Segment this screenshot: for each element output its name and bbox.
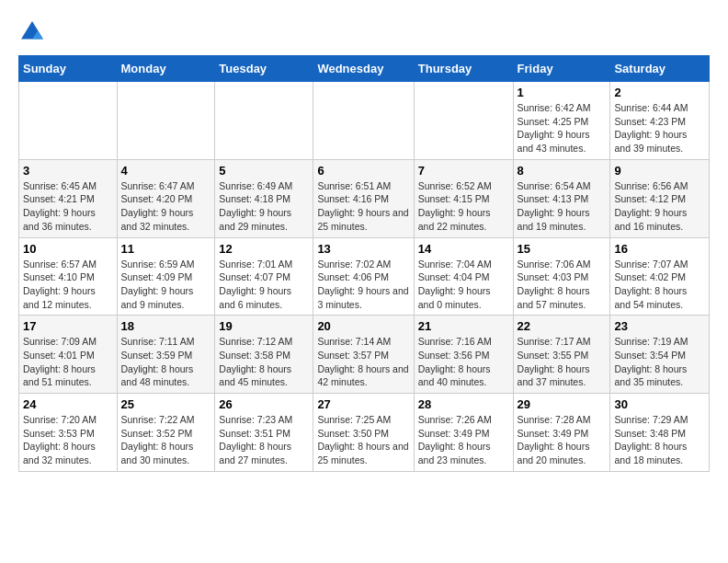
calendar-cell: 26Sunrise: 7:23 AM Sunset: 3:51 PM Dayli… [215, 394, 313, 472]
day-number: 20 [317, 319, 409, 333]
day-number: 25 [121, 397, 211, 411]
day-number: 29 [518, 397, 607, 411]
calendar-cell: 11Sunrise: 6:59 AM Sunset: 4:09 PM Dayli… [117, 237, 215, 316]
day-info: Sunrise: 7:26 AM Sunset: 3:49 PM Dayligh… [418, 413, 509, 467]
day-number: 18 [121, 319, 211, 333]
calendar-cell: 10Sunrise: 6:57 AM Sunset: 4:10 PM Dayli… [19, 237, 118, 316]
day-info: Sunrise: 7:06 AM Sunset: 4:03 PM Dayligh… [518, 258, 607, 312]
day-info: Sunrise: 6:51 AM Sunset: 4:16 PM Dayligh… [317, 179, 409, 234]
day-number: 12 [219, 242, 309, 256]
calendar-cell: 2Sunrise: 6:44 AM Sunset: 4:23 PM Daylig… [610, 82, 710, 160]
calendar-cell: 6Sunrise: 6:51 AM Sunset: 4:16 PM Daylig… [313, 159, 414, 237]
calendar-cell [117, 82, 215, 160]
day-info: Sunrise: 7:29 AM Sunset: 3:48 PM Dayligh… [614, 413, 705, 467]
day-number: 14 [418, 242, 509, 256]
calendar-cell: 30Sunrise: 7:29 AM Sunset: 3:48 PM Dayli… [610, 394, 710, 472]
day-info: Sunrise: 7:12 AM Sunset: 3:58 PM Dayligh… [219, 335, 309, 389]
day-number: 26 [219, 397, 309, 411]
calendar-cell: 1Sunrise: 6:42 AM Sunset: 4:25 PM Daylig… [513, 82, 610, 160]
day-number: 15 [518, 242, 607, 256]
calendar-cell [414, 82, 513, 160]
day-info: Sunrise: 6:56 AM Sunset: 4:12 PM Dayligh… [614, 179, 705, 234]
calendar-cell: 27Sunrise: 7:25 AM Sunset: 3:50 PM Dayli… [313, 394, 414, 472]
day-info: Sunrise: 6:47 AM Sunset: 4:20 PM Dayligh… [121, 179, 211, 234]
day-number: 17 [23, 319, 113, 333]
calendar-cell: 14Sunrise: 7:04 AM Sunset: 4:04 PM Dayli… [414, 237, 513, 316]
day-number: 11 [121, 242, 211, 256]
calendar-header-thursday: Thursday [414, 56, 513, 82]
calendar-header-wednesday: Wednesday [313, 56, 414, 82]
calendar-cell: 3Sunrise: 6:45 AM Sunset: 4:21 PM Daylig… [19, 159, 118, 237]
calendar-cell: 18Sunrise: 7:11 AM Sunset: 3:59 PM Dayli… [117, 316, 215, 394]
day-number: 28 [418, 397, 509, 411]
calendar-week-row: 1Sunrise: 6:42 AM Sunset: 4:25 PM Daylig… [19, 82, 710, 160]
day-number: 4 [121, 164, 211, 178]
day-info: Sunrise: 7:07 AM Sunset: 4:02 PM Dayligh… [614, 258, 705, 312]
calendar-cell: 17Sunrise: 7:09 AM Sunset: 4:01 PM Dayli… [19, 316, 118, 394]
calendar-header-monday: Monday [117, 56, 215, 82]
calendar-cell: 24Sunrise: 7:20 AM Sunset: 3:53 PM Dayli… [19, 394, 118, 472]
calendar-header-sunday: Sunday [19, 56, 118, 82]
day-number: 27 [317, 397, 409, 411]
day-info: Sunrise: 7:17 AM Sunset: 3:55 PM Dayligh… [518, 335, 607, 389]
day-info: Sunrise: 6:49 AM Sunset: 4:18 PM Dayligh… [219, 179, 309, 234]
day-number: 10 [23, 242, 113, 256]
calendar-cell: 4Sunrise: 6:47 AM Sunset: 4:20 PM Daylig… [117, 159, 215, 237]
calendar-cell: 5Sunrise: 6:49 AM Sunset: 4:18 PM Daylig… [215, 159, 313, 237]
day-info: Sunrise: 7:01 AM Sunset: 4:07 PM Dayligh… [219, 258, 309, 312]
day-number: 22 [518, 319, 607, 333]
day-number: 3 [23, 164, 113, 178]
calendar-cell [19, 82, 118, 160]
day-info: Sunrise: 7:28 AM Sunset: 3:49 PM Dayligh… [518, 413, 607, 467]
day-number: 13 [317, 242, 409, 256]
calendar-week-row: 17Sunrise: 7:09 AM Sunset: 4:01 PM Dayli… [19, 316, 710, 394]
calendar-cell: 21Sunrise: 7:16 AM Sunset: 3:56 PM Dayli… [414, 316, 513, 394]
day-info: Sunrise: 6:57 AM Sunset: 4:10 PM Dayligh… [23, 258, 113, 312]
day-number: 2 [614, 86, 705, 99]
logo-icon [18, 18, 46, 46]
day-info: Sunrise: 6:52 AM Sunset: 4:15 PM Dayligh… [418, 179, 509, 234]
calendar-cell: 25Sunrise: 7:22 AM Sunset: 3:52 PM Dayli… [117, 394, 215, 472]
day-info: Sunrise: 6:42 AM Sunset: 4:25 PM Dayligh… [518, 101, 607, 155]
day-info: Sunrise: 7:22 AM Sunset: 3:52 PM Dayligh… [121, 413, 211, 467]
day-info: Sunrise: 6:45 AM Sunset: 4:21 PM Dayligh… [23, 179, 113, 234]
day-info: Sunrise: 7:16 AM Sunset: 3:56 PM Dayligh… [418, 335, 509, 389]
day-number: 5 [219, 164, 309, 178]
day-info: Sunrise: 7:19 AM Sunset: 3:54 PM Dayligh… [614, 335, 705, 389]
day-number: 19 [219, 319, 309, 333]
calendar-week-row: 24Sunrise: 7:20 AM Sunset: 3:53 PM Dayli… [19, 394, 710, 472]
day-info: Sunrise: 7:04 AM Sunset: 4:04 PM Dayligh… [418, 258, 509, 312]
day-number: 6 [317, 164, 409, 178]
calendar-cell: 19Sunrise: 7:12 AM Sunset: 3:58 PM Dayli… [215, 316, 313, 394]
day-info: Sunrise: 7:09 AM Sunset: 4:01 PM Dayligh… [23, 335, 113, 389]
day-number: 9 [614, 164, 705, 178]
day-info: Sunrise: 6:59 AM Sunset: 4:09 PM Dayligh… [121, 258, 211, 312]
calendar-cell: 16Sunrise: 7:07 AM Sunset: 4:02 PM Dayli… [610, 237, 710, 316]
day-number: 21 [418, 319, 509, 333]
calendar-cell: 28Sunrise: 7:26 AM Sunset: 3:49 PM Dayli… [414, 394, 513, 472]
calendar-week-row: 10Sunrise: 6:57 AM Sunset: 4:10 PM Dayli… [19, 237, 710, 316]
day-info: Sunrise: 7:25 AM Sunset: 3:50 PM Dayligh… [317, 413, 409, 467]
calendar-cell [215, 82, 313, 160]
day-number: 8 [518, 164, 607, 178]
day-info: Sunrise: 6:44 AM Sunset: 4:23 PM Dayligh… [614, 101, 705, 155]
day-info: Sunrise: 7:02 AM Sunset: 4:06 PM Dayligh… [317, 258, 409, 312]
calendar-cell: 29Sunrise: 7:28 AM Sunset: 3:49 PM Dayli… [513, 394, 610, 472]
day-number: 24 [23, 397, 113, 411]
calendar-cell: 23Sunrise: 7:19 AM Sunset: 3:54 PM Dayli… [610, 316, 710, 394]
calendar-cell: 22Sunrise: 7:17 AM Sunset: 3:55 PM Dayli… [513, 316, 610, 394]
calendar-header-friday: Friday [513, 56, 610, 82]
day-number: 1 [518, 86, 607, 99]
day-number: 23 [614, 319, 705, 333]
day-number: 30 [614, 397, 705, 411]
day-info: Sunrise: 7:23 AM Sunset: 3:51 PM Dayligh… [219, 413, 309, 467]
calendar-cell: 20Sunrise: 7:14 AM Sunset: 3:57 PM Dayli… [313, 316, 414, 394]
calendar-cell: 12Sunrise: 7:01 AM Sunset: 4:07 PM Dayli… [215, 237, 313, 316]
day-info: Sunrise: 7:14 AM Sunset: 3:57 PM Dayligh… [317, 335, 409, 389]
page-header [18, 18, 710, 46]
calendar-cell: 13Sunrise: 7:02 AM Sunset: 4:06 PM Dayli… [313, 237, 414, 316]
calendar-table: SundayMondayTuesdayWednesdayThursdayFrid… [18, 55, 710, 472]
calendar-cell: 8Sunrise: 6:54 AM Sunset: 4:13 PM Daylig… [513, 159, 610, 237]
calendar-week-row: 3Sunrise: 6:45 AM Sunset: 4:21 PM Daylig… [19, 159, 710, 237]
calendar-header-tuesday: Tuesday [215, 56, 313, 82]
